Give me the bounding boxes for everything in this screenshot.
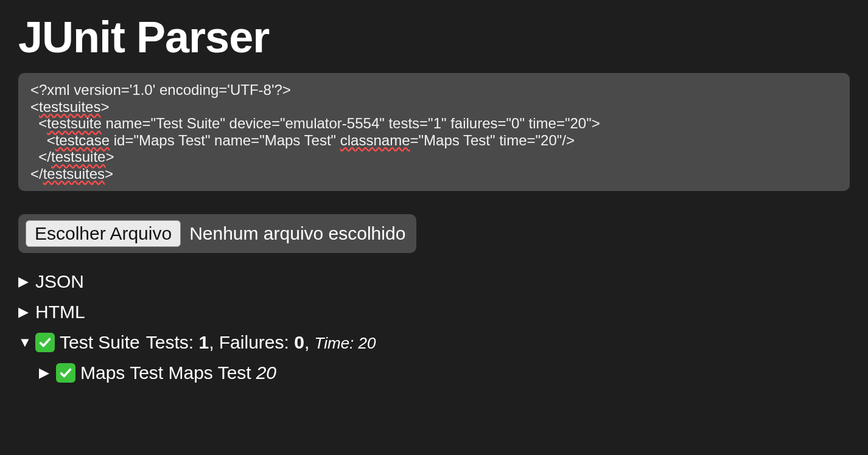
page-title: JUnit Parser bbox=[18, 12, 850, 62]
file-picker[interactable]: Escolher Arquivo Nenhum arquivo escolhid… bbox=[18, 214, 416, 253]
results-tree: ▶ JSON ▶ HTML ▼ Test Suite Tests: 1, Fai… bbox=[18, 271, 850, 383]
xml-textarea[interactable]: <?xml version='1.0' encoding='UTF-8'?> <… bbox=[18, 73, 850, 191]
xml-line: <testsuite name="Test Suite" device="emu… bbox=[30, 115, 600, 131]
tree-node-suite[interactable]: ▼ Test Suite Tests: 1, Failures: 0, Time… bbox=[18, 332, 850, 353]
chevron-right-icon: ▶ bbox=[39, 366, 56, 380]
choose-file-button[interactable]: Escolher Arquivo bbox=[26, 220, 181, 247]
tree-node-json[interactable]: ▶ JSON bbox=[18, 271, 850, 292]
testcase-name: Maps Test Maps Test bbox=[80, 363, 251, 383]
tree-label: JSON bbox=[35, 271, 84, 292]
suite-name: Test Suite bbox=[60, 332, 140, 353]
tree-label: HTML bbox=[35, 302, 85, 322]
chevron-right-icon: ▶ bbox=[18, 305, 35, 319]
xml-line: </testsuites> bbox=[30, 165, 113, 182]
tree-node-html[interactable]: ▶ HTML bbox=[18, 302, 850, 322]
xml-line: <testsuites> bbox=[30, 99, 109, 115]
xml-line: <testcase id="Maps Test" name="Maps Test… bbox=[30, 132, 575, 148]
xml-line: </testsuite> bbox=[30, 148, 114, 165]
checkmark-icon bbox=[56, 363, 75, 383]
chevron-right-icon: ▶ bbox=[18, 275, 35, 288]
chevron-down-icon: ▼ bbox=[18, 336, 35, 349]
checkmark-icon bbox=[35, 333, 55, 352]
suite-stats: Tests: 1, Failures: 0, Time: 20 bbox=[146, 332, 376, 353]
tree-node-testcase[interactable]: ▶ Maps Test Maps Test 20 bbox=[39, 363, 850, 383]
file-status-text: Nenhum arquivo escolhido bbox=[189, 223, 405, 244]
xml-line: <?xml version='1.0' encoding='UTF-8'?> bbox=[30, 82, 291, 98]
testcase-time: 20 bbox=[256, 363, 276, 383]
